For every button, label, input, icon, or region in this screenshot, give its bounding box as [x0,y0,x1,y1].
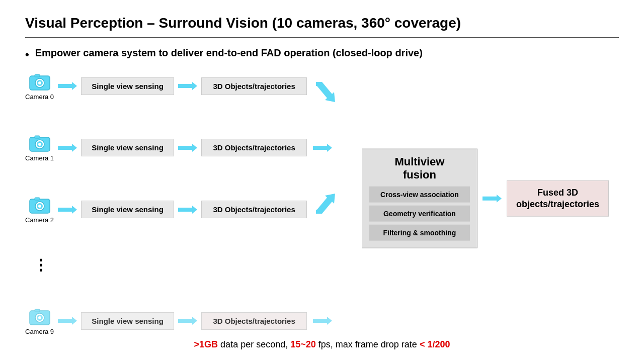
arrow-0b [178,80,197,92]
arrow-1b [178,142,197,154]
title-divider [25,37,619,38]
svg-marker-13 [58,144,77,152]
camera-1-icon-group: Camera 1 [25,133,54,162]
bullet-point: • Empower camera system to deliver end-t… [25,47,619,61]
camera-1-icon [28,133,52,153]
svg-marker-22 [178,206,197,214]
diag-arrow-2 [313,194,336,216]
camera-0-label: Camera 0 [25,93,54,101]
arrow-1c [313,142,332,154]
fused-output-box: Fused 3Dobjects/trajectories [507,180,609,217]
svg-point-19 [38,205,41,208]
camera-row-0: Camera 0 Single view sensing 3D Objects/… [25,72,619,100]
arrow-9c [313,315,332,327]
arrow-1 [58,142,77,154]
svg-marker-30 [178,317,197,325]
slide-title: Visual Perception – Surround Vision (10 … [25,15,619,31]
svg-point-3 [38,81,41,84]
note-part-4: fps, max frame drop rate [318,339,420,349]
camera-row-9: Camera 9 Single view sensing 3D Objects/… [25,307,619,334]
multiview-fusion-block: Multiviewfusion Cross-view association G… [362,148,477,248]
svg-marker-32 [482,195,502,203]
svg-rect-12 [35,136,40,138]
svg-rect-20 [35,198,40,200]
bullet-dot: • [25,48,29,61]
camera-9-icon [28,307,52,327]
sensing-box-0: Single view sensing [81,77,174,95]
sensing-box-1: Single view sensing [81,139,174,156]
svg-rect-28 [35,309,40,312]
objects-box-1: 3D Objects/trajectories [201,139,307,156]
sensing-box-9: Single view sensing [81,312,174,330]
note-part-3: 15~20 [290,339,316,349]
arrow-9b [178,315,197,327]
slide: Visual Perception – Surround Vision (10 … [0,0,644,362]
svg-marker-31 [313,317,332,325]
camera-0-icon-group: Camera 0 [25,72,54,101]
fusion-step-3: Filtering & smoothing [369,225,470,241]
bullet-text: Empower camera system to deliver end-to-… [35,47,423,59]
svg-marker-23 [316,194,335,214]
camera-2-label: Camera 2 [25,216,54,224]
fusion-step-2: Geometry verification [369,206,470,222]
objects-box-9: 3D Objects/trajectories [201,312,307,330]
camera-1-label: Camera 1 [25,154,54,162]
arrow-2b [178,204,197,216]
svg-marker-14 [178,144,197,152]
svg-rect-4 [35,74,40,77]
svg-marker-29 [58,317,77,325]
svg-marker-7 [316,82,335,102]
camera-2-icon [28,195,52,215]
bottom-note: >1GB data per second, 15~20 fps, max fra… [25,339,619,352]
svg-marker-21 [58,206,77,214]
note-part-5: < 1/200 [420,339,450,349]
svg-marker-5 [58,82,77,90]
fusion-area: Multiviewfusion Cross-view association G… [362,148,609,248]
arrow-0 [58,80,77,92]
dots-text: ⋮ [33,260,49,269]
svg-point-27 [38,316,41,319]
camera-9-label: Camera 9 [25,328,54,335]
camera-2-icon-group: Camera 2 [25,195,54,224]
note-part-1: >1GB [194,339,218,349]
diag-arrow-0 [313,80,336,102]
fusion-step-1: Cross-view association [369,187,470,203]
camera-0-icon [28,72,52,92]
arrow-2 [58,204,77,216]
objects-box-2: 3D Objects/trajectories [201,201,307,218]
svg-point-11 [38,143,41,146]
objects-box-0: 3D Objects/trajectories [201,77,307,95]
camera-9-icon-group: Camera 9 [25,307,54,335]
arrow-9 [58,315,77,327]
svg-marker-15 [313,144,332,152]
dots-row: ⋮ [25,255,619,275]
sensing-box-2: Single view sensing [81,201,174,218]
svg-marker-6 [178,82,197,90]
note-part-2: data per second, [220,339,290,349]
arrow-to-fused [482,193,502,205]
fusion-title: Multiviewfusion [369,155,470,182]
